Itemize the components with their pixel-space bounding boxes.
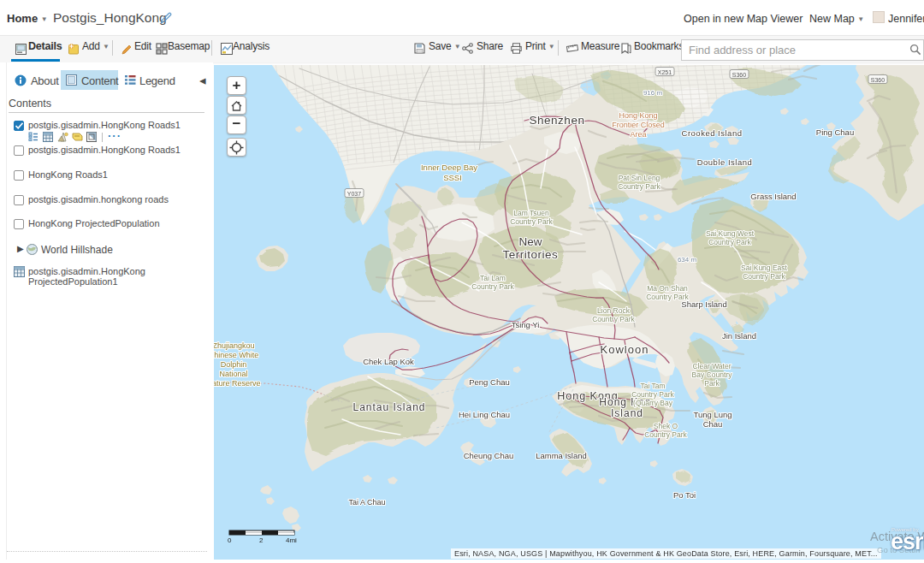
svg-text:Lion Rock: Lion Rock xyxy=(597,306,631,315)
svg-text:Tsing Yi: Tsing Yi xyxy=(512,320,540,329)
svg-text:Kowloon: Kowloon xyxy=(601,343,649,356)
svg-text:Ma On Shan: Ma On Shan xyxy=(647,284,688,293)
svg-text:Tai A Chau: Tai A Chau xyxy=(348,498,385,507)
svg-text:Pat Sin Leng: Pat Sin Leng xyxy=(619,174,660,182)
svg-text:Cheung Chau: Cheung Chau xyxy=(464,451,514,460)
svg-text:Lam Tsuen: Lam Tsuen xyxy=(513,209,549,217)
svg-text:Country Park: Country Park xyxy=(708,238,751,246)
svg-text:Nature Reserve: Nature Reserve xyxy=(214,379,261,388)
svg-text:Lamma Island: Lamma Island xyxy=(536,451,587,460)
svg-text:Chau: Chau xyxy=(703,419,723,429)
svg-text:2: 2 xyxy=(259,536,264,544)
svg-text:X251: X251 xyxy=(658,69,672,75)
svg-text:0: 0 xyxy=(228,536,232,544)
svg-text:Shenzhen: Shenzhen xyxy=(530,114,585,127)
svg-text:Country Park: Country Park xyxy=(646,293,689,301)
svg-text:SSSI: SSSI xyxy=(443,173,462,182)
svg-text:Peng Chau: Peng Chau xyxy=(469,377,510,387)
svg-text:Tai Tam: Tai Tam xyxy=(640,382,665,390)
svg-text:(Quarry Bay: (Quarry Bay xyxy=(633,399,673,407)
svg-text:Country Park: Country Park xyxy=(644,430,687,439)
svg-text:Country Park: Country Park xyxy=(631,390,674,399)
svg-text:Crooked Island: Crooked Island xyxy=(682,128,743,138)
svg-text:Jin Island: Jin Island xyxy=(722,331,756,341)
svg-text:Po Toi: Po Toi xyxy=(673,490,696,500)
svg-text:Zhujiangkou: Zhujiangkou xyxy=(214,341,255,350)
svg-text:Country Park: Country Park xyxy=(471,282,514,291)
svg-text:Park: Park xyxy=(704,379,720,388)
svg-text:Hong Kong: Hong Kong xyxy=(619,111,657,120)
svg-text:4mi: 4mi xyxy=(286,536,297,544)
svg-text:Tung Lung: Tung Lung xyxy=(693,410,732,419)
svg-text:Frontier Closed: Frontier Closed xyxy=(612,121,665,129)
svg-text:Y037: Y037 xyxy=(347,191,361,197)
svg-text:Inner Deep Bay: Inner Deep Bay xyxy=(421,163,477,172)
svg-text:Shek O: Shek O xyxy=(654,422,678,430)
svg-text:Tai Lam: Tai Lam xyxy=(480,274,506,282)
svg-text:Double Island: Double Island xyxy=(697,157,753,167)
svg-text:National: National xyxy=(219,370,247,378)
svg-text:Chek Lap Kok: Chek Lap Kok xyxy=(363,357,414,366)
svg-text:Country Park: Country Park xyxy=(618,182,660,191)
svg-text:Country Park: Country Park xyxy=(743,272,785,281)
svg-text:Territories: Territories xyxy=(503,248,559,261)
svg-text:Dolphin: Dolphin xyxy=(221,360,247,369)
svg-text:Sai Kung West: Sai Kung West xyxy=(706,229,755,238)
svg-text:Sai Kung East: Sai Kung East xyxy=(741,264,788,272)
svg-text:Grass Island: Grass Island xyxy=(750,192,796,201)
svg-text:Bay Country: Bay Country xyxy=(692,370,733,379)
svg-text:916 m: 916 m xyxy=(643,89,663,97)
svg-text:Clear Water: Clear Water xyxy=(692,362,731,370)
svg-text:Country Park: Country Park xyxy=(510,217,553,226)
svg-text:S360: S360 xyxy=(871,77,885,83)
svg-text:634 m: 634 m xyxy=(678,256,697,264)
svg-text:S360: S360 xyxy=(732,72,746,78)
svg-text:Chinese White: Chinese White xyxy=(214,351,258,359)
svg-text:Island: Island xyxy=(611,407,643,419)
svg-text:Hei Ling Chau: Hei Ling Chau xyxy=(459,410,510,419)
svg-text:Lantau Island: Lantau Island xyxy=(352,401,425,413)
svg-text:Area: Area xyxy=(630,130,646,139)
svg-text:New: New xyxy=(518,235,542,248)
svg-text:Country Park: Country Park xyxy=(592,315,635,323)
svg-text:Ping Chau: Ping Chau xyxy=(816,127,854,137)
